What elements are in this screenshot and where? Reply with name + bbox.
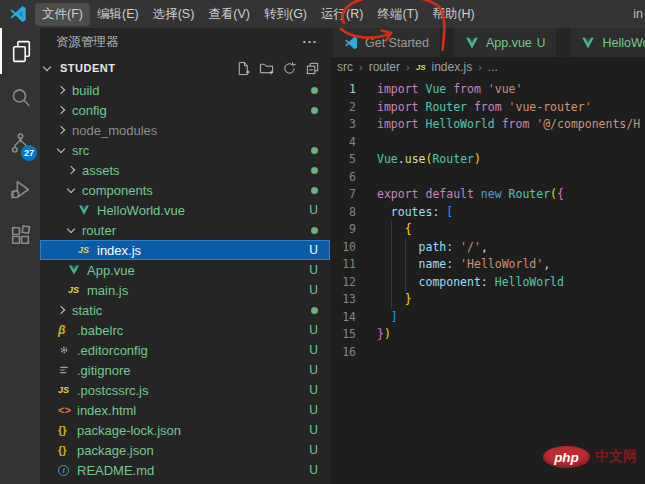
code-line-4: 4 [330,134,645,152]
tree-item-assets[interactable]: assets [40,160,330,180]
code-line-12: 12 component: HelloWorld [330,274,645,292]
tree-item-components[interactable]: components [40,180,330,200]
refresh-icon[interactable] [282,61,297,76]
tree-item-config[interactable]: config [40,100,330,120]
tree-item-.postcssrc.js[interactable]: JS.postcssrc.jsU [40,380,330,400]
tree-item-label: build [72,83,99,98]
project-name: STUDENT [60,62,115,74]
vscode-icon [344,36,360,50]
tree-item-label: .babelrc [77,323,123,338]
tree-item-package-lock.json[interactable]: {}package-lock.jsonU [40,420,330,440]
tree-item-label: static [72,303,102,318]
menu-item-2[interactable]: 编辑(E) [90,3,146,26]
menu-item-7[interactable]: 终端(T) [370,3,425,26]
tree-item-label: .postcssrc.js [77,383,149,398]
menu-item-4[interactable]: 查看(V) [201,3,257,26]
menu-item-5[interactable]: 转到(G) [257,3,314,26]
breadcrumb-separator: › [406,61,410,73]
line-number: 13 [330,291,356,309]
line-number: 4 [330,134,356,152]
code-line-2: 2import Router from 'vue-router' [330,99,645,117]
tree-item-index.js[interactable]: JSindex.jsU [40,240,330,260]
tree-item-build[interactable]: build [40,80,330,100]
tree-item-router[interactable]: router [40,220,330,240]
extensions-icon[interactable] [0,212,40,258]
search-icon[interactable] [0,74,40,120]
line-number: 6 [330,169,356,187]
code-text: import Vue from 'vue' [377,81,522,99]
menu-item-8[interactable]: 帮助(H) [425,3,481,26]
tree-item-label: src [72,143,89,158]
tree-item-App.vue[interactable]: App.vueU [40,260,330,280]
line-number: 2 [330,99,356,117]
code-line-15: 15}) [330,326,645,344]
tab-helloworld-vu[interactable]: HelloWorld.vu [570,28,645,57]
chevron-right-icon [57,126,65,134]
tab-get-started[interactable]: Get Started [333,28,440,57]
new-folder-icon[interactable] [259,61,274,76]
tree-item-README.md[interactable]: iREADME.mdU [40,460,330,480]
tree-item-index.html[interactable]: <>index.htmlU [40,400,330,420]
line-number: 11 [330,256,356,274]
more-actions-icon[interactable]: ··· [303,35,319,49]
code-text: path: '/', [377,239,488,257]
breadcrumb[interactable]: src›router›JSindex.js›... [330,57,645,77]
tree-item-main.js[interactable]: JSmain.jsU [40,280,330,300]
git-untracked-badge: U [309,463,318,477]
code-text: routes: [ [377,204,453,222]
line-number: 14 [330,309,356,327]
tree-item-.gitignore[interactable]: .gitignoreU [40,360,330,380]
source-control-icon[interactable]: 27 [0,120,40,166]
gear-icon [58,344,77,356]
line-number: 12 [330,274,356,292]
code-line-13: 13 } [330,291,645,309]
new-file-icon[interactable] [236,61,251,76]
git-untracked-badge: U [309,243,318,257]
line-number: 3 [330,116,356,134]
code-text: }) [377,326,391,344]
chevron-down-icon [67,184,75,192]
explorer-sidebar: 资源管理器 ··· STUDENT buildconfignode_module… [40,28,330,484]
breadcrumb-item-indexjs[interactable]: index.js [432,60,473,74]
code-line-7: 7export default new Router({ [330,186,645,204]
php-logo: php [543,446,590,468]
run-debug-icon[interactable] [0,166,40,212]
code-line-16: 16 [330,344,645,362]
breadcrumb-item-src[interactable]: src [337,60,353,74]
chevron-down-icon [57,144,65,152]
js-icon: JS [78,245,97,255]
tree-item-.babelrc[interactable]: β.babelrcU [40,320,330,340]
project-section-header[interactable]: STUDENT [40,56,330,80]
code-line-14: 14 ] [330,309,645,327]
git-untracked-badge: U [309,323,318,337]
menu-item-3[interactable]: 选择(S) [146,3,202,26]
collapse-all-icon[interactable] [305,61,320,76]
indent-guide [405,239,406,292]
tree-item-node_modules[interactable]: node_modules [40,120,330,140]
tab-label: App.vue [486,36,532,50]
breadcrumb-separator: › [359,61,363,73]
code-editor[interactable]: 1import Vue from 'vue'2import Router fro… [330,77,645,484]
js-icon: JS [58,385,77,395]
watermark-text: 中文网 [595,448,637,466]
activity-bar: 27 [0,28,40,484]
tree-item-label: index.js [97,243,141,258]
breadcrumb-item-router[interactable]: router [369,60,400,74]
breadcrumb-item-[interactable]: ... [488,60,498,74]
menu-item-6[interactable]: 运行(R) [314,3,370,26]
menu-items: 文件(F)编辑(E)选择(S)查看(V)转到(G)运行(R)终端(T)帮助(H) [35,3,482,26]
code-line-6: 6 [330,169,645,187]
vue-icon [78,204,97,216]
tab-app-vue[interactable]: App.vueU [454,28,557,57]
menu-item-1[interactable]: 文件(F) [35,3,90,26]
chevron-right-icon [57,306,65,314]
tree-item-static[interactable]: static [40,300,330,320]
tree-item-.editorconfig[interactable]: .editorconfigU [40,340,330,360]
chevron-down-icon [43,62,51,70]
tab-label: HelloWorld.vu [602,36,645,50]
tree-item-label: main.js [87,283,128,298]
tree-item-src[interactable]: src [40,140,330,160]
tree-item-package.json[interactable]: {}package.jsonU [40,440,330,460]
explorer-icon[interactable] [0,28,40,74]
tree-item-HelloWorld.vue[interactable]: HelloWorld.vueU [40,200,330,220]
